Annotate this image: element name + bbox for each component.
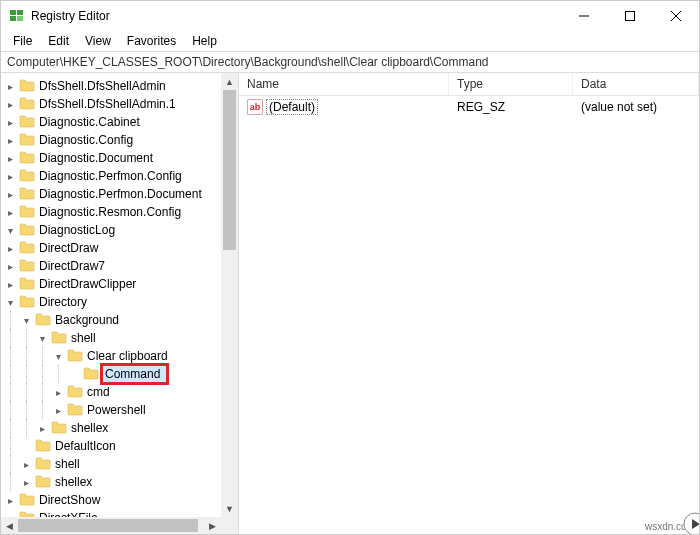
titlebar: Registry Editor — [1, 1, 699, 31]
window-title: Registry Editor — [31, 9, 110, 23]
menu-view[interactable]: View — [77, 32, 119, 50]
minimize-button[interactable] — [561, 1, 607, 31]
app-icon — [9, 8, 25, 24]
tree-item[interactable]: ▸Command — [3, 365, 221, 383]
tree-item[interactable]: ▾Background — [3, 311, 221, 329]
tree-item[interactable]: ▸DfsShell.DfsShellAdmin — [3, 77, 221, 95]
tree-horizontal-scrollbar[interactable]: ◀ ▶ — [1, 517, 221, 534]
chevron-right-icon[interactable]: ▸ — [3, 115, 17, 129]
list-rows[interactable]: ab(Default)REG_SZ(value not set) — [239, 96, 699, 118]
tree-item[interactable]: ▸shellex — [3, 419, 221, 437]
folder-icon — [19, 186, 39, 203]
tree-item[interactable]: ▸shell — [3, 455, 221, 473]
chevron-right-icon[interactable]: ▸ — [3, 187, 17, 201]
scroll-track[interactable] — [18, 517, 204, 534]
tree-item[interactable]: ▸shellex — [3, 473, 221, 491]
chevron-down-icon[interactable]: ▾ — [19, 313, 33, 327]
chevron-right-icon[interactable]: ▸ — [3, 277, 17, 291]
column-header-data[interactable]: Data — [573, 73, 699, 95]
column-header-name[interactable]: Name — [239, 73, 449, 95]
chevron-down-icon[interactable]: ▾ — [35, 331, 49, 345]
chevron-down-icon[interactable]: ▾ — [3, 295, 17, 309]
folder-icon — [19, 222, 39, 239]
tree-item[interactable]: ▸Diagnostic.Config — [3, 131, 221, 149]
tree-item[interactable]: ▾Clear clipboard — [3, 347, 221, 365]
tree-item[interactable]: ▸DirectXFile — [3, 509, 221, 517]
scroll-thumb[interactable] — [223, 90, 236, 250]
tree-item[interactable]: ▸Powershell — [3, 401, 221, 419]
folder-icon — [35, 474, 55, 491]
chevron-right-icon[interactable]: ▸ — [19, 475, 33, 489]
tree-item[interactable]: ▸Diagnostic.Perfmon.Config — [3, 167, 221, 185]
scroll-track[interactable] — [221, 90, 238, 500]
tree-item-label: Powershell — [87, 403, 146, 417]
chevron-right-icon[interactable]: ▸ — [3, 79, 17, 93]
folder-icon — [51, 330, 71, 347]
chevron-down-icon[interactable]: ▾ — [3, 223, 17, 237]
list-row[interactable]: ab(Default)REG_SZ(value not set) — [239, 98, 699, 116]
folder-icon — [19, 96, 39, 113]
tree-item[interactable]: ▸DirectDraw — [3, 239, 221, 257]
tree-item[interactable]: ▸Diagnostic.Perfmon.Document — [3, 185, 221, 203]
tree-pane: ▸DfsShell.DfsShellAdmin▸DfsShell.DfsShel… — [1, 73, 239, 534]
tree-item-label: Background — [55, 313, 119, 327]
tree-vertical-scrollbar[interactable]: ▲ ▼ — [221, 73, 238, 517]
tree-item-label: Diagnostic.Config — [39, 133, 133, 147]
chevron-right-icon[interactable]: ▸ — [3, 133, 17, 147]
chevron-right-icon[interactable]: ▸ — [51, 385, 65, 399]
folder-icon — [19, 492, 39, 509]
scroll-thumb[interactable] — [18, 519, 198, 532]
folder-icon — [35, 312, 55, 329]
menu-help[interactable]: Help — [184, 32, 225, 50]
tree-item[interactable]: ▾shell — [3, 329, 221, 347]
chevron-right-icon[interactable]: ▸ — [3, 151, 17, 165]
scroll-right-button[interactable]: ▶ — [204, 517, 221, 534]
tree-item[interactable]: ▸DirectDraw7 — [3, 257, 221, 275]
chevron-right-icon[interactable]: ▸ — [3, 169, 17, 183]
chevron-right-icon[interactable]: ▸ — [3, 493, 17, 507]
folder-icon — [19, 132, 39, 149]
tree-item[interactable]: ▸DirectShow — [3, 491, 221, 509]
chevron-right-icon[interactable]: ▸ — [3, 97, 17, 111]
tree-item[interactable]: ▸cmd — [3, 383, 221, 401]
tree-item-label: Diagnostic.Resmon.Config — [39, 205, 181, 219]
folder-icon — [19, 276, 39, 293]
tree-item[interactable]: ▸Diagnostic.Document — [3, 149, 221, 167]
maximize-button[interactable] — [607, 1, 653, 31]
close-button[interactable] — [653, 1, 699, 31]
folder-icon — [19, 294, 39, 311]
column-header-type[interactable]: Type — [449, 73, 573, 95]
address-bar[interactable]: Computer\HKEY_CLASSES_ROOT\Directory\Bac… — [1, 51, 699, 73]
tree-item[interactable]: ▸Diagnostic.Resmon.Config — [3, 203, 221, 221]
tree-item[interactable]: ▾Directory — [3, 293, 221, 311]
tree-item[interactable]: ▸Diagnostic.Cabinet — [3, 113, 221, 131]
scroll-down-button[interactable]: ▼ — [221, 500, 238, 517]
tree-item-label: Directory — [39, 295, 87, 309]
menu-favorites[interactable]: Favorites — [119, 32, 184, 50]
chevron-right-icon[interactable]: ▸ — [3, 259, 17, 273]
chevron-down-icon[interactable]: ▾ — [51, 349, 65, 363]
tree-item[interactable]: ▸DirectDrawClipper — [3, 275, 221, 293]
address-text: Computer\HKEY_CLASSES_ROOT\Directory\Bac… — [7, 55, 489, 69]
chevron-right-icon[interactable]: ▸ — [3, 205, 17, 219]
chevron-right-icon[interactable]: ▸ — [3, 241, 17, 255]
menu-edit[interactable]: Edit — [40, 32, 77, 50]
menu-file[interactable]: File — [5, 32, 40, 50]
scroll-up-button[interactable]: ▲ — [221, 73, 238, 90]
folder-icon — [19, 240, 39, 257]
chevron-right-icon[interactable]: ▸ — [19, 457, 33, 471]
tree-item[interactable]: ▾DiagnosticLog — [3, 221, 221, 239]
tree-item-label: Diagnostic.Perfmon.Config — [39, 169, 182, 183]
folder-icon — [67, 402, 87, 419]
tree-item[interactable]: ▸DefaultIcon — [3, 437, 221, 455]
window-controls — [561, 1, 699, 31]
chevron-right-icon[interactable]: ▸ — [35, 421, 49, 435]
scroll-left-button[interactable]: ◀ — [1, 517, 18, 534]
svg-rect-1 — [17, 10, 23, 15]
tree-view[interactable]: ▸DfsShell.DfsShellAdmin▸DfsShell.DfsShel… — [1, 73, 221, 517]
chevron-right-icon[interactable]: ▸ — [51, 403, 65, 417]
svg-rect-3 — [17, 16, 23, 21]
tree-item-label: Command — [103, 366, 166, 382]
tree-item[interactable]: ▸DfsShell.DfsShellAdmin.1 — [3, 95, 221, 113]
folder-icon — [19, 510, 39, 518]
